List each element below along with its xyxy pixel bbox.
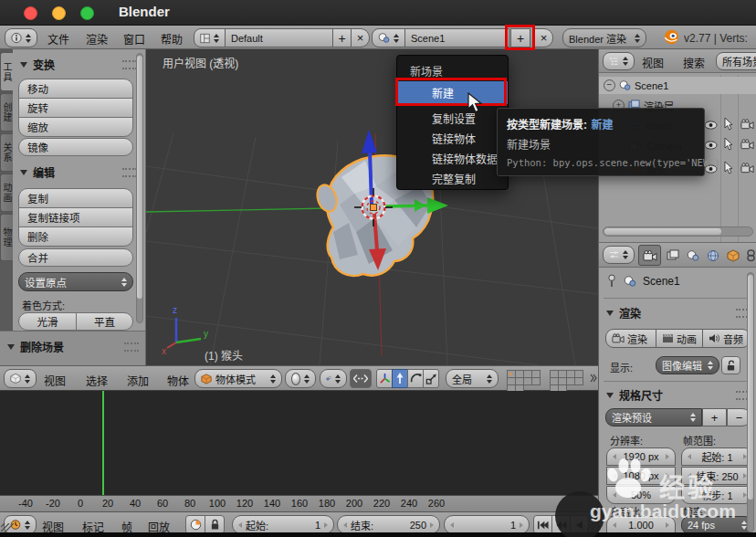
join-button[interactable]: 合并 xyxy=(18,248,133,267)
menu-file[interactable]: 文件 xyxy=(47,31,69,47)
outliner-scrollbar[interactable] xyxy=(603,226,753,237)
tab-animation[interactable]: 动画 xyxy=(0,174,13,212)
manipulator-rotate-toggle[interactable] xyxy=(407,369,424,388)
panel-header-operator[interactable]: 删除场景 xyxy=(7,339,139,354)
scrollbar-thumb[interactable] xyxy=(604,228,721,235)
tab-scene-icon[interactable] xyxy=(687,249,699,262)
timeline-ruler[interactable]: -40 -20 0 20 40 60 80 100 120 140 160 18… xyxy=(0,495,598,511)
render-button[interactable]: 渲染 xyxy=(605,329,656,348)
rotate-button[interactable]: 旋转 xyxy=(18,98,133,118)
panel-header-render[interactable]: 渲染 xyxy=(606,305,751,321)
view3d-menu-select[interactable]: 选择 xyxy=(86,373,108,388)
collapse-icon[interactable]: − xyxy=(604,79,615,91)
manipulator-scale-toggle[interactable] xyxy=(423,369,439,388)
tab-constraints-icon[interactable] xyxy=(745,249,756,262)
panel-header-transform[interactable]: 变换 xyxy=(20,57,137,72)
timeline-track-area[interactable] xyxy=(0,391,598,495)
tab-render-properties[interactable] xyxy=(638,245,661,266)
render-camera-icon[interactable] xyxy=(740,119,754,130)
panel-header-dimensions[interactable]: 规格尺寸 xyxy=(606,387,751,403)
outliner-row-scene[interactable]: − Scene1 xyxy=(599,77,756,94)
tab-world-icon[interactable] xyxy=(707,249,719,262)
decrement-icon[interactable] xyxy=(238,522,242,528)
add-layout-button[interactable]: + xyxy=(332,28,352,47)
increment-icon[interactable] xyxy=(666,492,669,498)
tab-create[interactable]: 创建 xyxy=(0,93,13,132)
increment-icon[interactable] xyxy=(666,473,669,479)
tab-relations[interactable]: 关系 xyxy=(0,133,13,172)
menu-item-link-object-data[interactable]: 链接物体数据 xyxy=(432,151,507,166)
screen-layout-field[interactable]: Default xyxy=(225,28,333,47)
mirror-button[interactable]: 镜像 xyxy=(18,138,133,156)
frame-start-field[interactable]: 起始: 1 xyxy=(681,448,753,466)
close-window-button[interactable] xyxy=(24,6,37,20)
corner-resize-grip[interactable] xyxy=(587,517,600,530)
scene-name-field[interactable]: Scene1 xyxy=(404,28,509,47)
view3d-menu-add[interactable]: 添加 xyxy=(127,373,149,388)
viewport-3d[interactable]: 用户视图 (透视) z y x (1) 猴头 xyxy=(146,49,598,365)
render-engine-dropdown[interactable]: Blender 渲染 xyxy=(562,28,646,47)
close-layout-button[interactable]: × xyxy=(351,28,370,47)
decrement-icon[interactable] xyxy=(613,473,616,479)
duplicate-button[interactable]: 复制 xyxy=(18,188,133,208)
panel-header-edit[interactable]: 编辑 xyxy=(20,164,137,180)
aspect-x-field[interactable]: 1.000 xyxy=(606,516,676,534)
frame-end-field[interactable]: 结束: 250 xyxy=(681,467,753,485)
move-button[interactable]: 移动 xyxy=(18,79,133,99)
editor-type-selector-properties[interactable] xyxy=(603,246,635,264)
editor-type-selector-info[interactable] xyxy=(5,28,37,47)
decrement-icon[interactable] xyxy=(613,522,616,528)
play-reverse-button[interactable] xyxy=(570,515,589,534)
scale-button[interactable]: 缩放 xyxy=(18,117,133,137)
eye-icon[interactable] xyxy=(704,121,718,130)
display-lock-button[interactable] xyxy=(721,356,740,374)
render-camera-icon[interactable] xyxy=(740,139,754,150)
editor-type-selector-3dview[interactable] xyxy=(4,369,37,388)
decrement-icon[interactable] xyxy=(343,522,347,528)
layer-cell[interactable] xyxy=(574,377,583,385)
render-presets-dropdown[interactable]: 渲染预设 xyxy=(605,408,702,426)
decrement-icon[interactable] xyxy=(688,454,691,459)
shade-flat-button[interactable]: 平直 xyxy=(76,312,133,331)
mode-dropdown[interactable]: 物体模式 xyxy=(194,369,282,388)
panel-grip-icon[interactable] xyxy=(124,342,139,352)
menu-item-full-copy[interactable]: 完整复制 xyxy=(432,171,476,186)
minimize-window-button[interactable] xyxy=(52,6,66,20)
unlink-scene-button[interactable]: × xyxy=(534,28,553,47)
layers-grid-right[interactable] xyxy=(551,371,588,393)
decrement-icon[interactable] xyxy=(613,492,616,498)
editor-type-selector-outliner[interactable] xyxy=(603,52,635,70)
selectable-pointer-icon[interactable] xyxy=(724,138,733,151)
view3d-menu-object[interactable]: 物体 xyxy=(167,373,189,388)
maximize-window-button[interactable] xyxy=(80,6,94,20)
preset-add-button[interactable]: + xyxy=(702,408,727,426)
lock-range-toggle[interactable] xyxy=(205,515,225,534)
selectable-pointer-icon[interactable] xyxy=(724,118,733,131)
display-dropdown[interactable]: 图像编辑 xyxy=(656,356,719,374)
playhead[interactable] xyxy=(102,391,104,495)
set-origin-dropdown[interactable]: 设置原点 xyxy=(18,272,133,291)
current-frame-field[interactable]: 1 xyxy=(444,515,530,534)
sync-playback-toggle[interactable] xyxy=(185,515,205,534)
frame-end-field-timeline[interactable]: 结束: 250 xyxy=(337,515,440,534)
menu-help[interactable]: 帮助 xyxy=(161,31,183,47)
render-camera-icon[interactable] xyxy=(740,163,754,174)
duplicate-linked-button[interactable]: 复制链接项 xyxy=(18,207,133,227)
layer-cell[interactable] xyxy=(531,377,541,385)
selectable-pointer-icon[interactable] xyxy=(724,162,733,174)
tab-physics[interactable]: 物理 xyxy=(0,214,13,261)
outliner-menu-search[interactable]: 搜索 xyxy=(683,55,705,70)
screen-layout-icon-button[interactable] xyxy=(194,28,226,47)
tool-shelf-scrollbar[interactable] xyxy=(136,53,143,323)
animation-button[interactable]: 动画 xyxy=(656,329,703,348)
scrollbar-thumb[interactable] xyxy=(137,56,142,299)
increment-icon[interactable] xyxy=(666,522,669,528)
increment-icon[interactable] xyxy=(430,522,434,528)
pin-icon[interactable] xyxy=(606,274,617,288)
resolution-x-field[interactable]: 1920 px xyxy=(606,448,676,466)
manipulate-centers-toggle[interactable] xyxy=(350,369,372,388)
increment-icon[interactable] xyxy=(324,522,328,528)
outliner-filter-dropdown[interactable]: 所有场景 xyxy=(716,52,756,70)
pivot-point-dropdown[interactable] xyxy=(320,369,347,388)
jump-prev-keyframe-button[interactable] xyxy=(551,515,571,534)
